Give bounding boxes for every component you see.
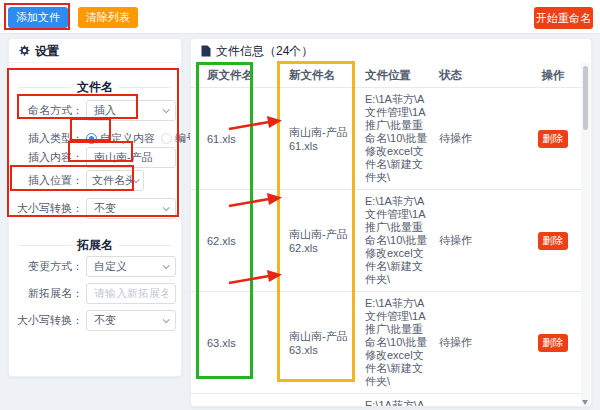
table-row: 64.xls 南山南-产品64.xls E:\1A菲方\A文件管理\1A推广\批… [191,394,583,407]
naming-mode-value: 插入 [94,103,163,118]
col-header-action: 操作 [521,68,585,83]
col-header-new-name: 新文件名 [277,68,359,83]
filename-section-divider: 文件名 [19,79,171,95]
chevron-down-icon [163,262,170,269]
scrollbar-thumb[interactable] [583,66,588,130]
insert-content-label: 插入内容： [19,150,83,165]
change-mode-select[interactable]: 自定义 [86,256,176,277]
table-row: 62.xls 南山南-产品62.xls E:\1A菲方\A文件管理\1A推广\批… [191,190,583,292]
settings-panel: 设置 文件名 命名方式： 插入 插入类型： 自定义内容 编号 插入内容： [8,38,182,377]
delete-button[interactable]: 删除 [538,334,568,352]
col-header-location: 文件位置 [359,68,433,83]
settings-title: 设置 [35,39,59,63]
status-text: 待操作 [433,335,521,350]
delete-button[interactable]: 删除 [538,232,568,250]
delete-button[interactable]: 删除 [538,130,568,148]
insert-content-input[interactable] [86,147,176,168]
radio-number[interactable] [161,133,172,144]
extension-section-title: 拓展名 [77,237,113,254]
new-extension-input[interactable] [86,283,176,304]
insert-type-label: 插入类型： [19,131,83,146]
new-file-name: 南山南-产品61.xls [277,125,359,153]
case-convert-select[interactable]: 不变 [86,198,176,219]
insert-position-row: 插入位置： 文件名头 [9,169,183,191]
scrollbar-down-icon[interactable] [582,400,588,405]
old-file-name: 62.xls [199,235,277,247]
new-file-name: 南山南-产品63.xls [277,329,359,357]
radio-custom-content-label[interactable]: 自定义内容 [100,131,155,146]
app-window: 添加文件 清除列表 开始重命名 设置 文件名 命名方式： [0,0,600,410]
insert-position-label: 插入位置： [19,173,83,188]
change-mode-row: 变更方式： 自定义 [9,255,183,277]
old-file-name: 63.xls [199,337,277,349]
file-info-header: 文件信息（24个） [191,39,591,63]
file-icon [201,45,211,57]
change-mode-value: 自定义 [94,259,163,274]
col-header-status: 状态 [433,68,521,83]
insert-position-value: 文件名头 [92,173,133,188]
status-text: 待操作 [433,233,521,248]
toolbar: 添加文件 清除列表 开始重命名 [0,0,600,34]
ext-case-convert-row: 大小写转换： 不变 [9,309,183,331]
table-row: 63.xls 南山南-产品63.xls E:\1A菲方\A文件管理\1A推广\批… [191,292,583,394]
start-rename-button[interactable]: 开始重命名 [534,7,593,29]
naming-mode-select[interactable]: 插入 [86,100,176,121]
insert-position-select[interactable]: 文件名头 [86,170,144,191]
file-location: E:\1A菲方\A文件管理\1A推广\批量重命名\10\批量修改excel文件名… [359,88,433,189]
naming-mode-label: 命名方式： [19,103,83,118]
chevron-down-icon [133,176,140,183]
change-mode-label: 变更方式： [19,259,83,274]
clear-list-button[interactable]: 清除列表 [78,7,138,28]
status-text: 待操作 [433,131,521,146]
settings-header: 设置 [9,39,181,63]
case-convert-label: 大小写转换： [19,201,83,216]
chevron-down-icon [163,316,170,323]
col-header-old-name: 原文件名 [199,68,277,83]
new-extension-label: 新拓展名： [19,286,83,301]
new-file-name: 南山南-产品62.xls [277,227,359,255]
file-info-panel: 文件信息（24个） 原文件名 新文件名 文件位置 状态 操作 61.xls 南山… [190,38,592,407]
file-location: E:\1A菲方\A文件管理\1A推广\批量重命名\10\批量修改excel文件名… [359,292,433,393]
ext-case-convert-value: 不变 [94,313,163,328]
file-location: E:\1A菲方\A文件管理\1A推广\批量重命名\10\批量修改excel文件名… [359,190,433,291]
insert-content-row: 插入内容： [9,146,183,168]
ext-case-convert-select[interactable]: 不变 [86,310,176,331]
gear-icon [19,45,30,56]
old-file-name: 61.xls [199,133,277,145]
filename-section-title: 文件名 [77,79,113,96]
new-extension-row: 新拓展名： [9,282,183,304]
naming-mode-row: 命名方式： 插入 [9,99,183,121]
table-scrollbar[interactable] [581,63,590,407]
file-info-title: 文件信息（24个） [216,39,313,63]
add-files-button[interactable]: 添加文件 [8,7,68,28]
case-convert-value: 不变 [94,201,163,216]
table-header-row: 原文件名 新文件名 文件位置 状态 操作 [191,63,583,88]
ext-case-convert-label: 大小写转换： [19,313,83,328]
table-row: 61.xls 南山南-产品61.xls E:\1A菲方\A文件管理\1A推广\批… [191,88,583,190]
file-table: 原文件名 新文件名 文件位置 状态 操作 61.xls 南山南-产品61.xls… [191,63,583,407]
radio-custom-content[interactable] [86,133,97,144]
chevron-down-icon [163,106,170,113]
extension-section-divider: 拓展名 [19,237,171,253]
case-convert-row: 大小写转换： 不变 [9,197,183,219]
chevron-down-icon [163,204,170,211]
file-location: E:\1A菲方\A文件管理\1A推广\批量重命名\10\批量修改excel文件名… [359,394,433,407]
insert-type-options: 自定义内容 编号 [86,131,197,146]
